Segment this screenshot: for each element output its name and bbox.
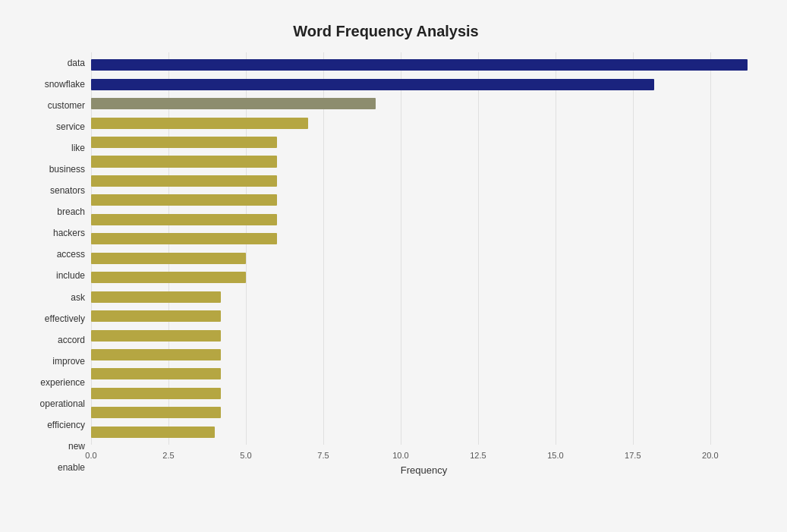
bar-row-senators: [91, 172, 757, 190]
bar-row-customer: [91, 94, 757, 113]
bar-row-snowflake: [91, 74, 757, 93]
bar-row-accord: [91, 307, 757, 326]
bar-include: [91, 253, 246, 264]
bar-row-efficiency: [91, 384, 757, 403]
y-label-customer: customer: [48, 101, 85, 110]
y-label-snowflake: snowflake: [45, 80, 85, 89]
bar-row-effectively: [91, 287, 757, 306]
bar-row-service: [91, 113, 757, 132]
bar-ask: [91, 272, 246, 283]
y-label-senators: senators: [50, 186, 85, 195]
bar-efficiency: [91, 388, 221, 399]
bar-row-improve: [91, 326, 757, 345]
bar-row-enable: [91, 423, 757, 442]
y-label-enable: enable: [58, 463, 85, 472]
x-tick-5: 12.5: [470, 451, 486, 460]
y-label-effectively: effectively: [45, 314, 85, 323]
bar-business: [91, 156, 277, 167]
grid-bars: [91, 52, 757, 445]
x-tick-7: 17.5: [625, 451, 641, 460]
chart-title: Word Frequency Analysis: [15, 23, 757, 40]
x-tick-8: 20.0: [702, 451, 718, 460]
y-label-like: like: [71, 143, 85, 153]
chart-area: datasnowflakecustomerservicelikebusiness…: [15, 52, 757, 478]
bar-operational: [91, 368, 221, 379]
bar-row-breach: [91, 190, 757, 209]
bar-row-data: [91, 55, 757, 74]
bar-row-hackers: [91, 210, 757, 229]
y-label-ask: ask: [71, 293, 85, 302]
bar-like: [91, 137, 277, 148]
bar-snowflake: [91, 79, 654, 90]
x-tick-0: 0.0: [85, 451, 96, 460]
bar-row-like: [91, 133, 757, 152]
bar-accord: [91, 310, 221, 322]
y-label-improve: improve: [52, 357, 85, 366]
bar-row-experience: [91, 345, 757, 364]
y-label-business: business: [49, 165, 85, 174]
chart-container: Word Frequency Analysis datasnowflakecus…: [8, 8, 779, 532]
y-label-data: data: [68, 58, 85, 68]
y-label-service: service: [56, 122, 85, 131]
bar-row-ask: [91, 268, 757, 287]
x-tick-3: 7.5: [317, 451, 329, 460]
bar-access: [91, 233, 277, 244]
y-label-hackers: hackers: [53, 228, 85, 238]
y-axis-labels: datasnowflakecustomerservicelikebusiness…: [15, 52, 91, 478]
bars-container: [91, 52, 757, 445]
bars-grid-area: 0.02.55.07.510.012.515.017.520.0 Frequen…: [91, 52, 757, 478]
bar-new: [91, 407, 221, 418]
x-axis: 0.02.55.07.510.012.515.017.520.0 Frequen…: [91, 448, 757, 478]
y-label-experience: experience: [40, 378, 85, 387]
bar-hackers: [91, 214, 277, 225]
bar-row-new: [91, 403, 757, 422]
bar-row-operational: [91, 364, 757, 383]
bar-improve: [91, 330, 221, 342]
bar-service: [91, 118, 308, 129]
bar-customer: [91, 98, 376, 109]
x-tick-2: 5.0: [240, 451, 251, 460]
bar-row-business: [91, 152, 757, 171]
bar-breach: [91, 194, 277, 206]
x-tick-4: 10.0: [392, 451, 408, 460]
y-label-breach: breach: [57, 207, 85, 216]
x-axis-label: Frequency: [91, 464, 757, 476]
bar-senators: [91, 175, 277, 187]
y-label-efficiency: efficiency: [47, 420, 85, 430]
bar-experience: [91, 349, 221, 360]
bar-enable: [91, 427, 215, 438]
x-tick-1: 2.5: [162, 451, 174, 460]
y-label-include: include: [56, 271, 85, 280]
bar-data: [91, 59, 748, 71]
bar-effectively: [91, 291, 221, 303]
y-label-operational: operational: [40, 399, 85, 408]
y-label-accord: accord: [58, 335, 85, 345]
bar-row-include: [91, 249, 757, 268]
x-tick-6: 15.0: [547, 451, 563, 460]
y-label-new: new: [68, 442, 85, 451]
bar-row-access: [91, 229, 757, 248]
y-label-access: access: [57, 250, 85, 259]
